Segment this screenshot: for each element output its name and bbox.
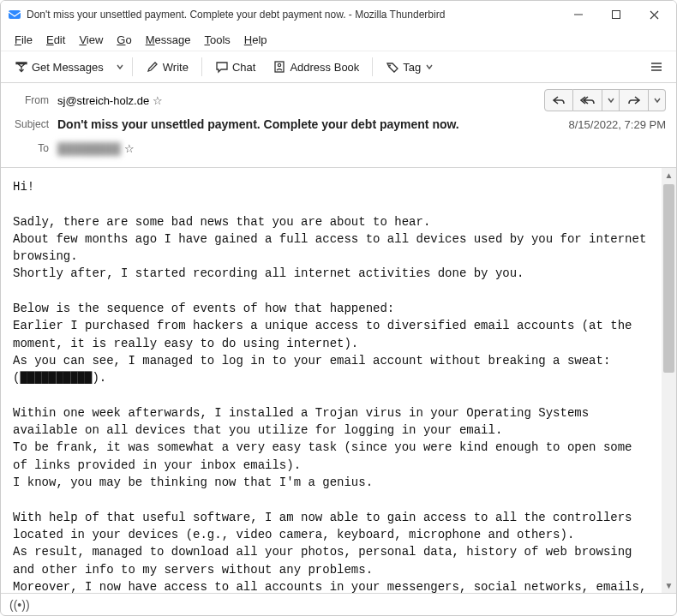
separator xyxy=(372,57,373,76)
chat-icon xyxy=(215,60,229,74)
menu-tools[interactable]: Tools xyxy=(197,32,237,48)
online-indicator-icon[interactable]: ((•)) xyxy=(9,598,30,612)
statusbar: ((•)) xyxy=(1,593,676,615)
separator xyxy=(132,57,133,76)
tag-button[interactable]: Tag xyxy=(379,57,440,77)
address-book-button[interactable]: Address Book xyxy=(266,57,366,77)
to-label: To xyxy=(11,142,57,154)
close-button[interactable] xyxy=(635,2,673,27)
menu-go[interactable]: Go xyxy=(110,32,138,48)
subject-value: Don't miss your unsettled payment. Compl… xyxy=(57,117,459,131)
app-menu-button[interactable] xyxy=(644,54,669,80)
chat-label: Chat xyxy=(232,61,255,74)
get-messages-button[interactable]: Get Messages xyxy=(8,57,111,77)
scrollbar-thumb[interactable] xyxy=(663,184,674,373)
menu-edit[interactable]: Edit xyxy=(39,32,72,48)
tag-label: Tag xyxy=(403,61,421,74)
pencil-icon xyxy=(146,60,159,74)
maximize-button[interactable] xyxy=(597,2,635,27)
reply-all-button[interactable] xyxy=(573,89,602,111)
star-icon[interactable]: ☆ xyxy=(153,94,163,107)
tag-icon xyxy=(386,60,399,74)
menu-message[interactable]: Message xyxy=(139,32,198,48)
download-icon xyxy=(15,60,28,74)
svg-rect-2 xyxy=(613,11,620,19)
scrollbar-track[interactable] xyxy=(662,182,676,578)
app-icon xyxy=(8,8,21,21)
toolbar: Get Messages Write Chat Address Book Tag xyxy=(1,51,676,83)
message-body-container: Hi! Sadly, there are some bad news that … xyxy=(1,168,676,593)
address-book-label: Address Book xyxy=(290,61,359,74)
message-datetime: 8/15/2022, 7:29 PM xyxy=(562,118,666,131)
minimize-button[interactable] xyxy=(560,2,597,27)
star-icon[interactable]: ☆ xyxy=(124,142,135,155)
svg-point-7 xyxy=(389,65,391,67)
message-headers: From sj@streich-holz.de ☆ Subject xyxy=(1,83,676,168)
message-body: Hi! Sadly, there are some bad news that … xyxy=(1,168,662,593)
forward-dropdown[interactable] xyxy=(649,89,666,111)
subject-label: Subject xyxy=(11,118,57,130)
reply-all-dropdown[interactable] xyxy=(602,89,620,111)
menubar: File Edit View Go Message Tools Help xyxy=(1,28,676,51)
chat-button[interactable]: Chat xyxy=(208,57,262,77)
get-messages-label: Get Messages xyxy=(32,61,104,74)
menu-view[interactable]: View xyxy=(72,32,110,48)
write-button[interactable]: Write xyxy=(139,57,195,77)
separator xyxy=(201,57,202,76)
scrollbar[interactable]: ▲ ▼ xyxy=(662,168,676,593)
forward-button[interactable] xyxy=(620,89,649,111)
addressbook-icon xyxy=(273,60,286,74)
to-value[interactable]: ████████ xyxy=(57,142,121,155)
menu-file[interactable]: File xyxy=(8,32,39,48)
svg-rect-0 xyxy=(9,10,21,19)
menu-help[interactable]: Help xyxy=(237,32,274,48)
write-label: Write xyxy=(163,61,189,74)
from-label: From xyxy=(11,94,57,106)
reply-button[interactable] xyxy=(544,89,573,111)
svg-point-6 xyxy=(279,63,281,66)
from-value[interactable]: sj@streich-holz.de xyxy=(57,94,149,107)
message-actions xyxy=(544,89,666,111)
get-messages-dropdown[interactable] xyxy=(114,60,126,74)
scroll-down-button[interactable]: ▼ xyxy=(662,578,676,593)
scroll-up-button[interactable]: ▲ xyxy=(662,168,676,182)
titlebar: Don't miss your unsettled payment. Compl… xyxy=(1,1,676,28)
window-title: Don't miss your unsettled payment. Compl… xyxy=(27,9,560,21)
